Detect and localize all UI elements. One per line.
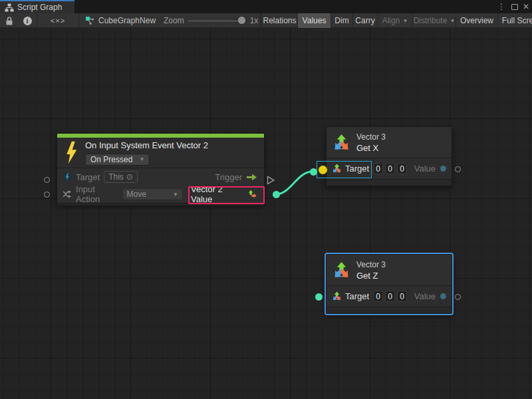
trigger-output-port[interactable] xyxy=(267,176,275,185)
node-get-z[interactable]: Vector 3 Get Z Target 0 0 0 Value xyxy=(326,254,452,314)
target-label: Target xyxy=(345,291,369,301)
hierarchy-icon xyxy=(5,3,14,12)
vector2-value-highlight xyxy=(188,186,265,204)
info-icon: i xyxy=(23,17,32,25)
script-graph-window: Script Graph ⋮ ✕ i <×> Cube xyxy=(0,0,532,399)
node-category: Vector 3 xyxy=(356,132,386,142)
get-z-value-output-port[interactable] xyxy=(455,294,461,300)
chevron-down-icon: ▼ xyxy=(173,192,178,198)
get-z-target-port[interactable] xyxy=(315,293,323,301)
button-label: Values xyxy=(303,16,327,25)
target-value: This xyxy=(108,172,124,182)
button-label: Carry xyxy=(355,16,374,25)
dropdown-value: Move xyxy=(127,190,146,199)
graph-name-label: CubeGraphNew xyxy=(98,16,156,25)
shuffle-icon xyxy=(63,190,72,199)
vector2-value-output-port[interactable] xyxy=(273,191,280,198)
value-label: Value xyxy=(414,291,436,301)
node-footer xyxy=(327,179,452,186)
chevron-down-icon: ▼ xyxy=(139,156,144,162)
toolbar-button-align[interactable]: Align ▼ xyxy=(377,13,412,28)
toolbar-button-values[interactable]: Values xyxy=(297,13,331,28)
zoom-label: Zoom xyxy=(164,13,186,28)
vector3-icon xyxy=(332,261,350,279)
info-button[interactable]: i xyxy=(18,13,37,28)
vector-x-field[interactable]: 0 xyxy=(373,163,383,174)
window-more-icon[interactable]: ⋮ xyxy=(496,0,507,13)
event-target-row: Target This ⊙ Trigger xyxy=(57,168,264,186)
button-label: Align xyxy=(382,16,400,25)
event-node-header: On Input System Event Vector 2 On Presse… xyxy=(57,138,264,168)
node-footer xyxy=(327,307,452,313)
dropdown-value: On Pressed xyxy=(90,155,132,164)
lightning-bolt-icon xyxy=(65,141,78,164)
node-title: On Input System Event Vector 2 xyxy=(85,140,208,150)
object-picker-icon[interactable]: ⊙ xyxy=(126,172,133,182)
button-label: Full Scre xyxy=(502,16,532,25)
toolbar-button-overview[interactable]: Overview xyxy=(456,13,497,28)
toolbar-button-distribute[interactable]: Distribute ▼ xyxy=(412,13,456,28)
vector-x-field[interactable]: 0 xyxy=(373,291,383,302)
target-label: Target xyxy=(76,172,100,182)
window-maximize-icon[interactable] xyxy=(509,0,520,13)
get-x-value-output-port[interactable] xyxy=(455,166,461,172)
button-label: Overview xyxy=(460,16,493,25)
code-view-icon: <×> xyxy=(51,17,65,25)
get-z-target-row: Target 0 0 0 Value xyxy=(327,286,452,307)
graph-canvas[interactable]: On Input System Event Vector 2 On Presse… xyxy=(0,28,532,399)
event-mode-dropdown[interactable]: On Pressed ▼ xyxy=(85,154,150,166)
button-label: Relations xyxy=(263,16,296,25)
toolbar-separator xyxy=(78,13,79,28)
value-label: Value xyxy=(414,164,436,174)
target-object-field[interactable]: This ⊙ xyxy=(104,171,138,183)
game-object-icon xyxy=(63,172,72,182)
maximize-box xyxy=(511,4,518,10)
input-action-label: Input Action xyxy=(76,184,118,204)
graph-toolbar: i <×> CubeGraphNew Zoom 1x Relations Val… xyxy=(0,13,532,28)
button-label: Dim xyxy=(334,16,348,25)
get-x-header: Vector 3 Get X xyxy=(327,127,452,158)
zoom-value: 1x xyxy=(247,13,261,28)
window-close-icon[interactable]: ✕ xyxy=(521,0,531,13)
value-port-dot[interactable] xyxy=(440,293,446,299)
toolbar-button-carry[interactable]: Carry xyxy=(352,13,377,28)
wire-end-dot[interactable] xyxy=(310,168,317,176)
toolbar-button-dim[interactable]: Dim xyxy=(331,13,352,28)
node-title: Get Z xyxy=(356,271,386,281)
vector-z-field[interactable]: 0 xyxy=(397,163,407,174)
get-z-header: Vector 3 Get Z xyxy=(327,255,452,285)
graph-asset-icon xyxy=(85,16,94,25)
node-title: Get X xyxy=(356,143,386,153)
value-port-dot[interactable] xyxy=(440,166,446,172)
chevron-down-icon: ▼ xyxy=(402,18,408,24)
toolbar-button-relations[interactable]: Relations xyxy=(261,13,297,28)
vector-y-field[interactable]: 0 xyxy=(385,291,395,302)
trigger-arrow-icon xyxy=(246,174,257,181)
connection-wire xyxy=(0,28,532,399)
toolbar-button-fullscreen[interactable]: Full Scre xyxy=(497,13,532,28)
input-action-dropdown[interactable]: Move ▼ xyxy=(122,188,184,200)
vector3-icon xyxy=(332,134,350,152)
event-target-input-port[interactable] xyxy=(44,177,50,183)
tab-script-graph[interactable]: Script Graph xyxy=(0,0,74,13)
lock-button[interactable] xyxy=(0,13,18,28)
button-label: Distribute xyxy=(414,16,448,25)
node-category: Vector 3 xyxy=(356,260,386,269)
chevron-down-icon: ▼ xyxy=(450,18,455,24)
zoom-slider-handle[interactable] xyxy=(238,17,245,24)
vector-y-field[interactable]: 0 xyxy=(385,163,395,174)
event-input-action-port[interactable] xyxy=(44,192,50,198)
trigger-label: Trigger xyxy=(215,172,242,182)
tab-bar: Script Graph ⋮ ✕ xyxy=(0,0,532,13)
zoom-slider-track[interactable] xyxy=(188,21,243,21)
code-view-button[interactable]: <×> xyxy=(37,13,78,28)
tab-label: Script Graph xyxy=(17,3,62,12)
vector-z-field[interactable]: 0 xyxy=(397,291,407,302)
vector3-icon-small xyxy=(332,291,342,301)
toolbar-separator xyxy=(260,13,261,28)
get-x-target-port-hover[interactable] xyxy=(319,166,327,174)
graph-name-button[interactable]: CubeGraphNew xyxy=(85,13,165,28)
lock-icon xyxy=(5,17,13,25)
